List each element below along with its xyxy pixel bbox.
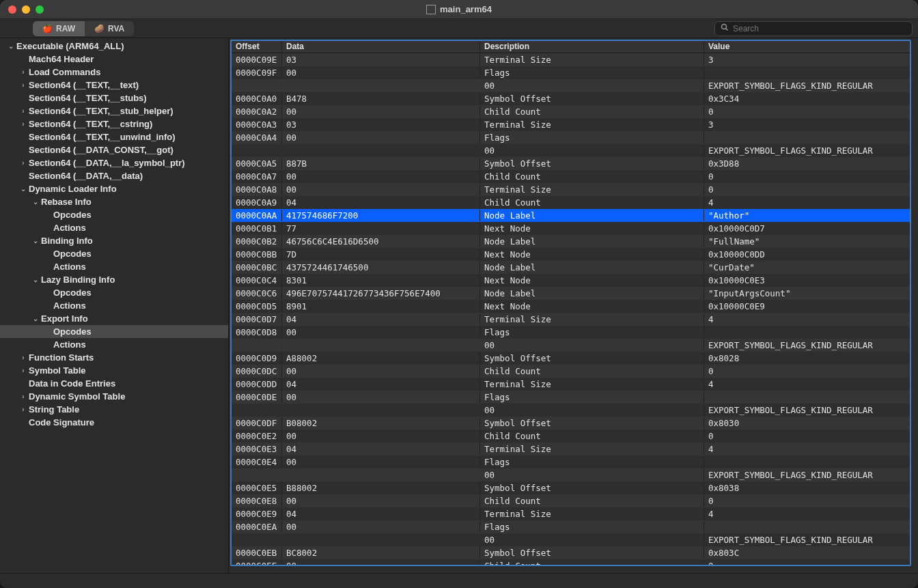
chevron-down-icon[interactable]: ⌄ xyxy=(7,42,15,50)
chevron-right-icon[interactable]: › xyxy=(19,354,27,361)
cell-data: 04 xyxy=(282,443,480,455)
chevron-down-icon[interactable]: ⌄ xyxy=(31,198,40,206)
table-row[interactable]: 0000C0A5887BSymbol Offset0x3D88 xyxy=(232,157,910,170)
table-row[interactable]: 0000C0D58901Next Node0x10000C0E9 xyxy=(232,300,910,313)
chevron-right-icon[interactable]: › xyxy=(19,406,27,413)
table-row[interactable]: 0000C0A303Terminal Size3 xyxy=(232,118,910,131)
col-data-header[interactable]: Data xyxy=(282,41,480,53)
table-row[interactable]: 00EXPORT_SYMBOL_FLAGS_KIND_REGULAR xyxy=(232,79,910,92)
table-row[interactable]: 0000C0A700Child Count0 xyxy=(232,170,910,183)
tree-item[interactable]: Opcodes xyxy=(0,247,228,260)
tree-item[interactable]: ›Section64 (__TEXT,__cstring) xyxy=(0,117,228,130)
col-offset-header[interactable]: Offset xyxy=(232,41,282,53)
table-row[interactable]: 0000C0B177Next Node0x10000C0D7 xyxy=(232,222,910,235)
tree-item[interactable]: ›Section64 (__TEXT,__text) xyxy=(0,79,228,92)
tree-item[interactable]: Section64 (__DATA,__data) xyxy=(0,169,228,182)
table-row[interactable]: 0000C0A200Child Count0 xyxy=(232,105,910,118)
tree-item[interactable]: ›Section64 (__TEXT,__stub_helper) xyxy=(0,104,228,117)
table-row[interactable]: 0000C09E03Terminal Size3 xyxy=(232,53,910,66)
table-row[interactable]: 0000C0E904Terminal Size4 xyxy=(232,507,910,520)
tree-item[interactable]: Actions xyxy=(0,260,228,273)
tree-item[interactable]: ⌄Binding Info xyxy=(0,234,228,247)
chevron-down-icon[interactable]: ⌄ xyxy=(31,237,40,244)
tree-item[interactable]: Section64 (__DATA_CONST,__got) xyxy=(0,143,228,156)
chevron-right-icon[interactable]: › xyxy=(19,120,27,128)
tree-item[interactable]: Actions xyxy=(0,338,228,351)
chevron-down-icon[interactable]: ⌄ xyxy=(31,315,40,322)
tree-item[interactable]: ⌄Dynamic Loader Info xyxy=(0,182,228,195)
table-row[interactable]: 0000C0DD04Terminal Size4 xyxy=(232,378,910,391)
tree-item[interactable]: ⌄Export Info xyxy=(0,312,228,325)
seg-rva[interactable]: 🥔 RVA xyxy=(85,21,134,36)
tree-item[interactable]: Code Signature xyxy=(0,416,228,429)
col-description-header[interactable]: Description xyxy=(480,41,704,53)
chevron-down-icon[interactable]: ⌄ xyxy=(31,276,40,283)
table-row[interactable]: 0000C0EBBC8002Symbol Offset0x803C xyxy=(232,546,910,559)
tree-item[interactable]: Data in Code Entries xyxy=(0,377,228,390)
table-row[interactable]: 0000C0EA00Flags xyxy=(232,520,910,533)
tree-item[interactable]: ⌄Executable (ARM64_ALL) xyxy=(0,40,228,53)
tree-item[interactable]: ›String Table xyxy=(0,403,228,416)
table-row[interactable]: 0000C0DFB08002Symbol Offset0x8030 xyxy=(232,417,910,430)
table-row[interactable]: 0000C0E5B88002Symbol Offset0x8038 xyxy=(232,481,910,494)
tree-item[interactable]: Opcodes xyxy=(0,286,228,299)
tree-item[interactable]: ⌄Rebase Info xyxy=(0,195,228,208)
tree-item[interactable]: ›Load Commands xyxy=(0,66,228,79)
tree-item[interactable]: ›Dynamic Symbol Table xyxy=(0,390,228,403)
table-row[interactable]: 0000C0C6496E70757441726773436F756E7400No… xyxy=(232,287,910,300)
table-row[interactable]: 00EXPORT_SYMBOL_FLAGS_KIND_REGULAR xyxy=(232,404,910,417)
table-row[interactable]: 00EXPORT_SYMBOL_FLAGS_KIND_REGULAR xyxy=(232,468,910,481)
table-row[interactable]: 0000C0DE00Flags xyxy=(232,391,910,404)
seg-raw[interactable]: 🍎 RAW xyxy=(33,21,85,36)
table-row[interactable]: 0000C0B246756C6C4E616D6500Node Label"Ful… xyxy=(232,235,910,248)
table-row[interactable]: 0000C0E200Child Count0 xyxy=(232,430,910,443)
tree-item[interactable]: ›Function Starts xyxy=(0,351,228,364)
minimize-button[interactable] xyxy=(22,5,30,14)
tree-item[interactable]: Actions xyxy=(0,299,228,312)
tree-item[interactable]: Actions xyxy=(0,221,228,234)
table-row[interactable]: 0000C0EE00Child Count0 xyxy=(232,559,910,565)
tree-item[interactable]: Section64 (__TEXT,__unwind_info) xyxy=(0,130,228,143)
table-row[interactable]: 0000C0E400Flags xyxy=(232,456,910,468)
table-row[interactable]: 0000C0A800Terminal Size0 xyxy=(232,183,910,196)
chevron-right-icon[interactable]: › xyxy=(19,159,27,167)
table-row[interactable]: 0000C0A400Flags xyxy=(232,131,910,144)
table-row[interactable]: 0000C0A904Child Count4 xyxy=(232,196,910,209)
search-box[interactable] xyxy=(714,21,913,36)
tree-item[interactable]: Mach64 Header xyxy=(0,53,228,66)
table-row[interactable]: 0000C0D704Terminal Size4 xyxy=(232,313,910,326)
tree-item[interactable]: ›Section64 (__DATA,__la_symbol_ptr) xyxy=(0,156,228,169)
table-row[interactable]: 0000C0E304Terminal Size4 xyxy=(232,443,910,456)
col-value-header[interactable]: Value xyxy=(704,41,910,53)
chevron-right-icon[interactable]: › xyxy=(19,81,27,89)
table-row[interactable]: 0000C0A0B478Symbol Offset0x3C34 xyxy=(232,92,910,105)
table-row[interactable]: 00EXPORT_SYMBOL_FLAGS_KIND_REGULAR xyxy=(232,533,910,546)
chevron-right-icon[interactable]: › xyxy=(19,393,27,400)
tree-item[interactable]: Opcodes xyxy=(0,325,228,338)
chevron-right-icon[interactable]: › xyxy=(19,107,27,115)
cell-value: 0x8028 xyxy=(704,352,910,364)
table-row[interactable]: 0000C0E800Child Count0 xyxy=(232,494,910,507)
chevron-right-icon[interactable]: › xyxy=(19,68,27,76)
table-row[interactable]: 0000C0D9A88002Symbol Offset0x8028 xyxy=(232,352,910,365)
table-row[interactable]: 0000C0BC4375724461746500Node Label"CurDa… xyxy=(232,261,910,274)
tree-item[interactable]: ⌄Lazy Binding Info xyxy=(0,273,228,286)
chevron-down-icon[interactable]: ⌄ xyxy=(19,185,27,193)
table-body[interactable]: 0000C09E03Terminal Size30000C09F00Flags0… xyxy=(232,53,910,565)
tree-item[interactable]: Section64 (__TEXT,__stubs) xyxy=(0,92,228,104)
maximize-button[interactable] xyxy=(36,5,44,14)
table-row[interactable]: 00EXPORT_SYMBOL_FLAGS_KIND_REGULAR xyxy=(232,339,910,352)
table-row[interactable]: 0000C09F00Flags xyxy=(232,66,910,79)
chevron-right-icon[interactable]: › xyxy=(19,367,27,374)
table-row[interactable]: 0000C0AA417574686F7200Node Label"Author" xyxy=(232,209,910,222)
table-row[interactable]: 00EXPORT_SYMBOL_FLAGS_KIND_REGULAR xyxy=(232,144,910,157)
search-input[interactable] xyxy=(733,24,906,33)
table-row[interactable]: 0000C0D800Flags xyxy=(232,326,910,339)
tree-item[interactable]: Opcodes xyxy=(0,208,228,221)
table-row[interactable]: 0000C0C48301Next Node0x10000C0E3 xyxy=(232,274,910,287)
table-row[interactable]: 0000C0DC00Child Count0 xyxy=(232,365,910,378)
tree-item[interactable]: ›Symbol Table xyxy=(0,364,228,377)
close-button[interactable] xyxy=(8,5,16,14)
table-row[interactable]: 0000C0BB7DNext Node0x10000C0DD xyxy=(232,248,910,261)
structure-tree[interactable]: ⌄Executable (ARM64_ALL)Mach64 Header›Loa… xyxy=(0,38,229,573)
